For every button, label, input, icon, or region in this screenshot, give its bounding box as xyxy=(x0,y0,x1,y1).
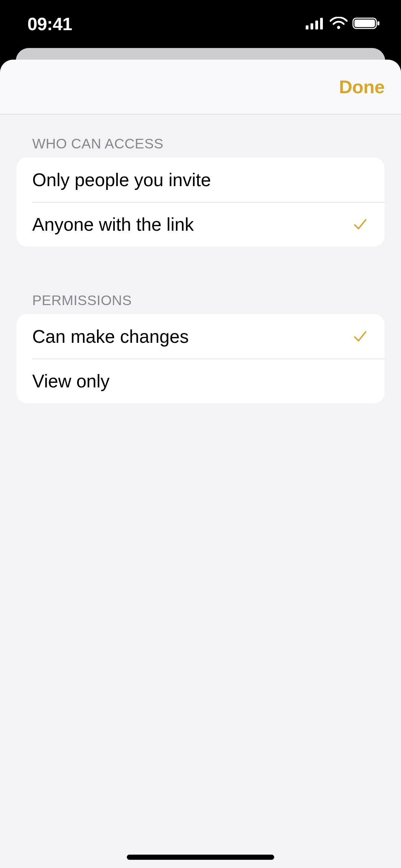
section-header-access: WHO CAN ACCESS xyxy=(0,114,401,157)
permission-option-view-only[interactable]: View only xyxy=(16,359,385,403)
option-label: Only people you invite xyxy=(32,169,211,190)
svg-rect-7 xyxy=(377,21,379,25)
svg-rect-1 xyxy=(311,23,313,29)
permissions-list: Can make changes View only xyxy=(16,314,385,403)
status-indicators xyxy=(306,17,380,31)
option-label: Anyone with the link xyxy=(32,214,194,235)
option-label: View only xyxy=(32,371,110,391)
svg-rect-6 xyxy=(354,20,375,27)
access-option-anyone-link[interactable]: Anyone with the link xyxy=(16,202,385,246)
permission-option-can-edit[interactable]: Can make changes xyxy=(16,314,385,359)
access-option-only-invited[interactable]: Only people you invite xyxy=(16,157,385,202)
cellular-icon xyxy=(306,17,325,31)
option-label: Can make changes xyxy=(32,326,189,347)
status-time: 09:41 xyxy=(27,14,72,34)
svg-point-4 xyxy=(337,26,340,29)
wifi-icon xyxy=(330,17,348,31)
access-list: Only people you invite Anyone with the l… xyxy=(16,157,385,246)
sheet-content: WHO CAN ACCESS Only people you invite An… xyxy=(0,114,401,403)
checkmark-icon xyxy=(352,328,369,345)
sheet-nav-bar: Done xyxy=(0,60,401,114)
section-header-permissions: PERMISSIONS xyxy=(0,246,401,314)
svg-rect-2 xyxy=(315,21,318,29)
share-options-sheet: Done WHO CAN ACCESS Only people you invi… xyxy=(0,60,401,868)
checkmark-icon xyxy=(352,216,369,233)
battery-icon xyxy=(352,17,380,31)
status-bar: 09:41 xyxy=(0,0,401,48)
done-button[interactable]: Done xyxy=(339,76,385,97)
svg-rect-3 xyxy=(320,18,323,29)
svg-rect-0 xyxy=(306,25,308,29)
home-indicator[interactable] xyxy=(127,855,274,860)
